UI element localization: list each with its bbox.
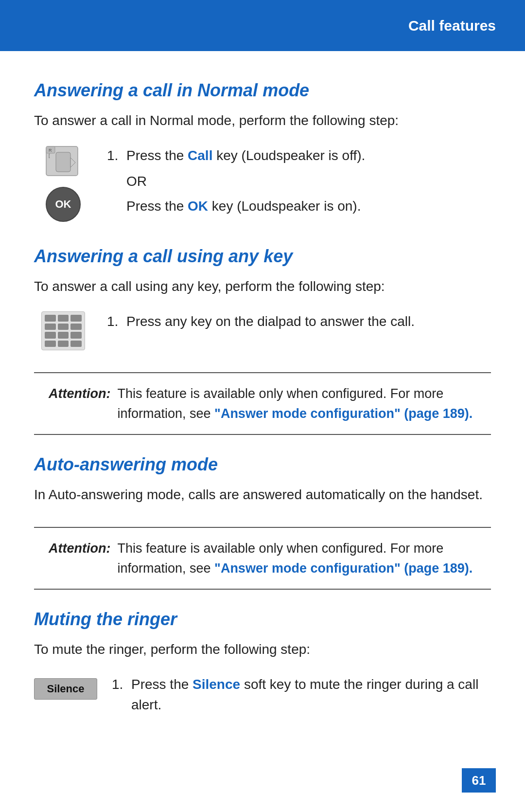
header-bar: Call features: [0, 0, 525, 51]
attention2-label: Attention:: [49, 539, 110, 559]
page-number-text: 61: [472, 773, 486, 788]
step1-text: Press the Silence soft key to mute the r…: [131, 674, 491, 715]
main-content: Answering a call in Normal mode To answe…: [0, 51, 525, 784]
section1-step2: Press the OK key (Loudspeaker is on).: [107, 196, 491, 217]
section4-steps: 1. Press the Silence soft key to mute th…: [112, 674, 491, 723]
section2-steps: 1. Press any key on the dialpad to answe…: [107, 311, 491, 340]
section4-heading: Muting the ringer: [34, 609, 491, 630]
attention1-label: Attention:: [49, 384, 110, 404]
answer-mode-link-1[interactable]: "Answer mode configuration" (page 189).: [214, 406, 472, 421]
dialpad-key: [58, 332, 69, 339]
attention-box-2: Attention: This feature is available onl…: [34, 527, 491, 590]
section4-step-area: Silence 1. Press the Silence soft key to…: [34, 674, 491, 723]
section4-step1: 1. Press the Silence soft key to mute th…: [112, 674, 491, 715]
section1-steps: 1. Press the Call key (Loudspeaker is of…: [107, 145, 491, 224]
svg-text:R: R: [49, 148, 52, 153]
section3-intro: In Auto-answering mode, calls are answer…: [34, 485, 491, 505]
step1-text: Press the Call key (Loudspeaker is off).: [126, 145, 491, 166]
dialpad-key: [45, 341, 56, 347]
header-title: Call features: [408, 18, 496, 34]
section2-heading: Answering a call using any key: [34, 246, 491, 267]
attention-box-1: Attention: This feature is available onl…: [34, 372, 491, 435]
section-muting: Muting the ringer To mute the ringer, pe…: [34, 609, 491, 723]
dialpad-key: [70, 324, 82, 330]
attention2-text: This feature is available only when conf…: [117, 539, 476, 578]
dialpad-key: [58, 341, 69, 347]
dialpad-key: [45, 332, 56, 339]
ok-link[interactable]: OK: [188, 198, 208, 214]
step1-number: 1.: [107, 311, 126, 332]
dialpad-key: [45, 315, 56, 322]
ok-button-icon: OK: [46, 187, 81, 222]
dialpad-key: [58, 324, 69, 330]
section1-icons: R [ OK: [34, 145, 92, 222]
dialpad-key: [58, 315, 69, 322]
or-text: OR: [126, 174, 491, 189]
section2-step1: 1. Press any key on the dialpad to answe…: [107, 311, 491, 332]
step1-number: 1.: [107, 145, 126, 166]
dialpad-key: [70, 315, 82, 322]
section-normal-mode: Answering a call in Normal mode To answe…: [34, 80, 491, 224]
section1-intro: To answer a call in Normal mode, perform…: [34, 110, 491, 131]
step2-text: Press the OK key (Loudspeaker is on).: [107, 196, 491, 217]
section-auto-answer: Auto-answering mode In Auto-answering mo…: [34, 454, 491, 505]
section4-icon-col: Silence: [34, 674, 97, 700]
section1-heading: Answering a call in Normal mode: [34, 80, 491, 101]
dialpad-icon: [41, 311, 85, 350]
silence-button-image: Silence: [34, 678, 97, 700]
dialpad-key: [45, 324, 56, 330]
call-link[interactable]: Call: [188, 148, 212, 163]
step1-number: 1.: [112, 674, 131, 695]
call-key-icon: R [: [45, 145, 82, 177]
answer-mode-link-2[interactable]: "Answer mode configuration" (page 189).: [214, 561, 472, 576]
section2-step-area: 1. Press any key on the dialpad to answe…: [34, 311, 491, 350]
section4-intro: To mute the ringer, perform the followin…: [34, 639, 491, 660]
section3-heading: Auto-answering mode: [34, 454, 491, 475]
section2-icons: [34, 311, 92, 350]
dialpad-key: [70, 332, 82, 339]
section1-step-area: R [ OK 1. Press the Call key (Loudspeake…: [34, 145, 491, 224]
section1-step1: 1. Press the Call key (Loudspeaker is of…: [107, 145, 491, 166]
section2-intro: To answer a call using any key, perform …: [34, 276, 491, 297]
page-number: 61: [462, 768, 496, 793]
step1-text: Press any key on the dialpad to answer t…: [126, 311, 491, 332]
silence-link[interactable]: Silence: [192, 677, 240, 692]
section-any-key: Answering a call using any key To answer…: [34, 246, 491, 350]
attention1-text: This feature is available only when conf…: [117, 384, 476, 423]
dialpad-key: [70, 341, 82, 347]
